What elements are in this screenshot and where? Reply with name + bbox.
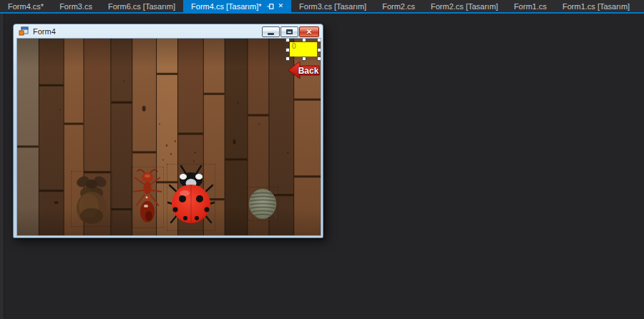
tab-form3-cs[interactable]: Form3.cs: [52, 0, 100, 12]
ladybug-picturebox[interactable]: [167, 165, 215, 230]
maximize-button[interactable]: [280, 26, 298, 37]
selection-handle[interactable]: [317, 38, 321, 42]
close-button[interactable]: ✕: [299, 26, 319, 37]
tab-label: Form3.cs [Tasarım]: [299, 2, 366, 11]
selection-handle[interactable]: [302, 38, 306, 42]
document-tabbar: Form4.cs*Form3.csForm6.cs [Tasarım]Form4…: [0, 0, 644, 12]
tab-form1-cs-tasar-m[interactable]: Form1.cs [Tasarım]: [555, 0, 638, 12]
tab-form3-cs-tasar-m[interactable]: Form3.cs [Tasarım]: [291, 0, 374, 12]
tab-form4-cs-tasar-m[interactable]: Form4.cs [Tasarım]*✕: [183, 0, 291, 12]
window-controls: ✕: [262, 26, 319, 37]
form-designer-window[interactable]: Form4 ✕: [13, 24, 323, 238]
tab-label: Form6.cs [Tasarım]: [108, 2, 175, 11]
tabbar-accent-line: [0, 12, 644, 14]
maximize-icon: [286, 29, 293, 34]
winforms-icon: [19, 26, 29, 36]
selection-handle[interactable]: [317, 48, 321, 52]
pin-icon[interactable]: [267, 3, 274, 10]
selection-handle[interactable]: [286, 48, 290, 52]
score-label[interactable]: 0: [290, 42, 317, 57]
form-title: Form4: [33, 27, 56, 36]
form-client-area[interactable]: 0 Back: [16, 38, 321, 236]
tab-label: Form2.cs: [382, 2, 415, 11]
back-button[interactable]: Back: [288, 60, 320, 80]
minimize-button[interactable]: [262, 26, 280, 37]
form-titlebar: Form4 ✕: [14, 24, 323, 38]
tab-label: Form3.cs: [59, 2, 92, 11]
tab-form6-cs-tasar-m[interactable]: Form6.cs [Tasarım]: [100, 0, 183, 12]
close-icon: ✕: [306, 29, 312, 36]
minimize-icon: [268, 33, 274, 35]
tab-close-icon[interactable]: ✕: [278, 3, 284, 9]
beetle-picturebox[interactable]: [72, 172, 112, 226]
score-label-selection: 0: [287, 39, 320, 59]
tab-form1-cs[interactable]: Form1.cs: [506, 0, 555, 12]
selection-handle[interactable]: [286, 38, 290, 42]
tab-label: Form1.cs [Tasarım]: [562, 2, 630, 11]
tab-form2-cs-tasar-m[interactable]: Form2.cs [Tasarım]: [423, 0, 506, 12]
tab-label: Form2.cs [Tasarım]: [431, 2, 498, 11]
tab-label: Form4.cs [Tasarım]*: [191, 2, 261, 11]
ant-picturebox[interactable]: [132, 167, 163, 227]
tab-form6-cs[interactable]: Form6.cs: [638, 0, 644, 12]
tab-label: Form1.cs: [514, 2, 547, 11]
collapsed-panel-strip: [0, 14, 4, 319]
tab-form2-cs[interactable]: Form2.cs: [374, 0, 423, 12]
back-button-label: Back: [298, 66, 319, 76]
tab-form4-cs[interactable]: Form4.cs*: [0, 0, 52, 12]
tab-label: Form4.cs*: [8, 2, 44, 11]
pillbug-picturebox[interactable]: [248, 187, 278, 220]
